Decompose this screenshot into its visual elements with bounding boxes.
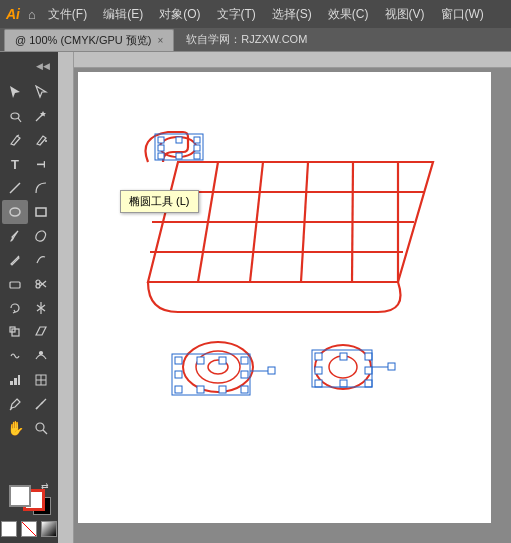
lasso-tool-button[interactable]	[2, 104, 28, 128]
svg-rect-57	[241, 371, 248, 378]
tool-row-eraser	[2, 272, 56, 296]
horizontal-ruler	[58, 52, 511, 68]
svg-rect-19	[10, 381, 13, 385]
svg-rect-67	[315, 353, 322, 360]
svg-rect-20	[14, 378, 17, 385]
shopping-cart-illustration	[88, 82, 478, 502]
svg-rect-47	[194, 153, 200, 159]
svg-rect-46	[176, 153, 182, 159]
mesh-tool-button[interactable]	[28, 368, 54, 392]
column-graph-tool-button[interactable]	[2, 368, 28, 392]
home-icon[interactable]: ⌂	[28, 7, 36, 22]
svg-rect-10	[10, 282, 20, 288]
svg-point-0	[11, 113, 19, 119]
svg-rect-71	[365, 367, 372, 374]
scale-tool-button[interactable]	[2, 320, 28, 344]
pen-tool-button[interactable]	[2, 128, 28, 152]
eyedropper-tool-button[interactable]	[2, 392, 28, 416]
svg-rect-58	[175, 386, 182, 393]
svg-point-12	[36, 284, 40, 288]
svg-rect-56	[175, 371, 182, 378]
svg-point-7	[10, 208, 20, 216]
arc-tool-button[interactable]	[28, 176, 54, 200]
fill-color-button[interactable]	[1, 521, 17, 537]
direct-select-tool-button[interactable]	[28, 80, 54, 104]
tool-row-line	[2, 176, 56, 200]
eraser-tool-button[interactable]	[2, 272, 28, 296]
menu-view[interactable]: 视图(V)	[381, 4, 429, 25]
rectangle-tool-button[interactable]	[28, 200, 54, 224]
tab-bar: @ 100% (CMYK/GPU 预览) × 软自学网：RJZXW.COM	[0, 28, 511, 52]
main-area: ◀◀ T	[0, 52, 511, 543]
svg-rect-55	[241, 357, 248, 364]
shear-tool-button[interactable]	[28, 320, 54, 344]
paintbrush-tool-button[interactable]	[2, 224, 28, 248]
tool-row-rotate	[2, 296, 56, 320]
line-tool-button[interactable]	[2, 176, 28, 200]
tab-close-button[interactable]: ×	[157, 35, 163, 46]
canvas-surface[interactable]	[78, 72, 491, 523]
svg-point-18	[40, 352, 43, 355]
vertical-type-tool-button[interactable]: T	[28, 152, 54, 176]
title-bar: Ai ⌂ 文件(F) 编辑(E) 对象(O) 文字(T) 选择(S) 效果(C)…	[0, 0, 511, 28]
pencil-tool-button[interactable]	[2, 248, 28, 272]
menu-edit[interactable]: 编辑(E)	[99, 4, 147, 25]
svg-rect-73	[340, 380, 347, 387]
collapse-toolbar-button[interactable]: ◀◀	[30, 54, 56, 78]
tool-tooltip: 椭圆工具 (L)	[120, 190, 199, 213]
scissors-tool-button[interactable]	[28, 272, 54, 296]
magic-wand-tool-button[interactable]	[28, 104, 54, 128]
reflect-tool-button[interactable]	[28, 296, 54, 320]
ellipse-tool-button[interactable]	[2, 200, 28, 224]
zoom-tool-button[interactable]	[28, 416, 54, 440]
rotate-tool-button[interactable]	[2, 296, 28, 320]
menu-window[interactable]: 窗口(W)	[437, 4, 488, 25]
tool-row-pencil	[2, 248, 56, 272]
svg-point-49	[183, 342, 253, 392]
svg-rect-45	[158, 153, 164, 159]
select-tool-button[interactable]	[2, 80, 28, 104]
tooltip-text: 椭圆工具 (L)	[129, 195, 190, 207]
no-color-button[interactable]	[21, 521, 37, 537]
add-anchor-tool-button[interactable]	[28, 128, 54, 152]
measure-tool-button[interactable]	[28, 392, 54, 416]
color-area: ⇄	[2, 477, 56, 541]
svg-rect-59	[197, 386, 204, 393]
svg-rect-21	[18, 375, 20, 385]
type-tool-button[interactable]: T	[2, 152, 28, 176]
hand-tool-button[interactable]: ✋	[2, 416, 28, 440]
menu-object[interactable]: 对象(O)	[155, 4, 204, 25]
smooth-tool-button[interactable]	[28, 248, 54, 272]
gradient-button[interactable]	[41, 521, 57, 537]
svg-line-27	[36, 407, 38, 409]
svg-line-25	[10, 408, 12, 410]
menu-select[interactable]: 选择(S)	[268, 4, 316, 25]
tool-row-pen	[2, 128, 56, 152]
svg-point-50	[196, 351, 240, 383]
reshape-tool-button[interactable]	[28, 344, 54, 368]
tool-row-graph	[2, 368, 56, 392]
menu-text[interactable]: 文字(T)	[213, 4, 260, 25]
svg-rect-52	[175, 357, 182, 364]
tool-row-lasso	[2, 104, 56, 128]
svg-rect-54	[219, 357, 226, 364]
svg-point-29	[36, 423, 44, 431]
svg-line-3	[17, 135, 19, 136]
svg-rect-77	[388, 363, 395, 370]
svg-line-6	[10, 183, 20, 193]
svg-rect-43	[158, 145, 164, 151]
svg-point-11	[36, 280, 40, 284]
blob-brush-tool-button[interactable]	[28, 224, 54, 248]
tool-row-ellipse	[2, 200, 56, 224]
tool-row-type: T T	[2, 152, 56, 176]
menu-effect[interactable]: 效果(C)	[324, 4, 373, 25]
svg-rect-68	[340, 353, 347, 360]
document-tab[interactable]: @ 100% (CMYK/GPU 预览) ×	[4, 29, 174, 51]
svg-rect-64	[268, 367, 275, 374]
warp-tool-button[interactable]	[2, 344, 28, 368]
tool-row-warp	[2, 344, 56, 368]
menu-file[interactable]: 文件(F)	[44, 4, 91, 25]
svg-rect-8	[36, 208, 46, 216]
fill-swatch[interactable]	[9, 485, 31, 507]
svg-line-28	[41, 402, 43, 404]
